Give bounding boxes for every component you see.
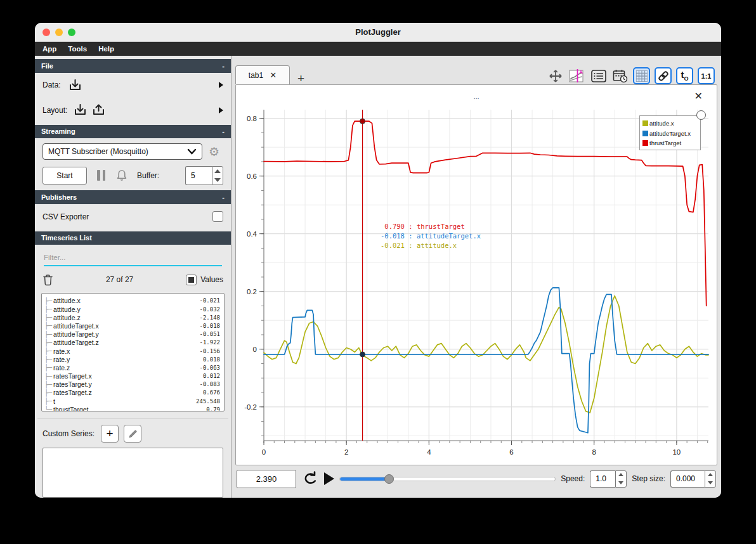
legend-entry[interactable]: thrustTarget: [642, 138, 698, 148]
list-item[interactable]: ├─attitude.z-2.148: [44, 313, 220, 321]
slider-handle[interactable]: [384, 474, 394, 484]
series-name: attitudeTarget.x: [53, 322, 99, 330]
list-item[interactable]: ├─rate.y0.018: [44, 355, 220, 363]
date-time-button[interactable]: [611, 67, 629, 84]
plot-title[interactable]: ...: [236, 93, 717, 100]
series-value: -2.148: [199, 314, 220, 321]
add-tab-button[interactable]: +: [290, 72, 312, 84]
chart-svg[interactable]: 0246810-0.200.20.40.60.8: [236, 106, 716, 465]
ratio-one-to-one-button[interactable]: 1:1: [698, 67, 715, 84]
playback-slider[interactable]: [339, 470, 556, 488]
plot-header: ... ✕: [236, 85, 717, 106]
save-layout-button[interactable]: [92, 103, 105, 117]
divider: [37, 418, 228, 418]
playback-bar: 2.390 Speed: 1.0: [235, 468, 717, 489]
list-item[interactable]: └─thrustTarget0.79: [44, 405, 220, 411]
data-menu-arrow-icon[interactable]: [219, 82, 223, 88]
add-custom-series-button[interactable]: +: [101, 425, 119, 443]
series-value: -0.063: [199, 365, 220, 371]
series-value: -0.051: [199, 331, 220, 337]
time-offset-button[interactable]: tO: [676, 67, 693, 84]
publishers-section-header[interactable]: Publishers -: [35, 190, 231, 204]
series-count: 27 of 27: [106, 275, 133, 284]
streaming-section-header[interactable]: Streaming -: [35, 125, 231, 139]
cursor-tracker-button[interactable]: A: [568, 67, 585, 84]
load-data-button[interactable]: [68, 79, 82, 92]
collapse-icon[interactable]: -: [222, 62, 225, 70]
tab-bar: tab1 ✕ +: [235, 65, 717, 84]
legend-entry[interactable]: attitude.x: [642, 119, 698, 129]
speed-spinbox[interactable]: 1.0: [590, 470, 627, 488]
tree-connector: ├─: [44, 356, 52, 363]
list-item[interactable]: ├─rate.z-0.063: [44, 363, 220, 372]
move-pan-button[interactable]: [547, 67, 564, 84]
speed-decrement-button[interactable]: [616, 479, 626, 487]
data-list-button[interactable]: [590, 67, 607, 84]
series-attitudeTarget.x: [264, 288, 708, 433]
menu-tools[interactable]: Tools: [68, 45, 87, 53]
series-name: attitudeTarget.z: [53, 339, 99, 346]
series-value: 245.548: [196, 398, 220, 405]
buffer-spinbox[interactable]: 5: [185, 166, 223, 185]
menu-help[interactable]: Help: [98, 45, 114, 53]
list-item[interactable]: ├─ratesTarget.z0.676: [44, 389, 220, 397]
legend-entry[interactable]: attitudeTarget.x: [642, 129, 698, 139]
tree-connector: ├─: [44, 297, 52, 304]
plot-canvas[interactable]: 0246810-0.200.20.40.60.8 attitude.xattit…: [236, 106, 717, 465]
legend-swatch: [642, 131, 648, 136]
streaming-source-select[interactable]: MQTT Subscriber (Mosquitto): [42, 143, 202, 160]
tree-connector: ├─: [44, 389, 52, 396]
start-streaming-button[interactable]: Start: [42, 167, 87, 185]
tree-connector: └─: [44, 406, 52, 411]
tab-close-icon[interactable]: ✕: [270, 70, 277, 80]
filter-input[interactable]: [44, 254, 222, 261]
timeseries-list[interactable]: ├─attitude.x-0.021├─attitude.y-0.032├─at…: [41, 293, 225, 412]
move-arrows-icon: [549, 69, 563, 83]
file-section-header[interactable]: File -: [35, 59, 231, 73]
custom-series-listbox[interactable]: [42, 448, 223, 498]
collapse-icon[interactable]: -: [222, 127, 225, 135]
load-layout-button[interactable]: [74, 103, 87, 117]
timeseries-section-header[interactable]: Timeseries List: [35, 231, 231, 245]
series-name: ratesTarget.y: [53, 380, 92, 388]
list-item[interactable]: ├─attitudeTarget.y-0.051: [44, 330, 220, 339]
streaming-settings-gear-icon[interactable]: ⚙: [209, 146, 219, 158]
values-checkbox[interactable]: [186, 275, 197, 285]
buffer-increment-button[interactable]: [212, 167, 223, 176]
speed-increment-button[interactable]: [616, 471, 626, 479]
list-item[interactable]: ├─ratesTarget.x0.012: [44, 372, 220, 380]
tab-tab1[interactable]: tab1 ✕: [235, 65, 290, 84]
play-button[interactable]: [324, 472, 334, 485]
svg-text:0.2: 0.2: [247, 288, 257, 295]
menu-app[interactable]: App: [42, 45, 56, 53]
list-item[interactable]: ├─attitudeTarget.z-1.922: [44, 339, 220, 347]
list-item[interactable]: ├─t245.548: [44, 397, 220, 405]
list-item[interactable]: ├─rate.x-0.156: [44, 347, 220, 355]
list-item[interactable]: ├─attitude.y-0.032: [44, 305, 220, 313]
notifications-bell-icon[interactable]: [115, 169, 128, 182]
grid-layout-button[interactable]: [633, 67, 650, 84]
step-decrement-button[interactable]: [705, 479, 715, 487]
legend-handle[interactable]: [696, 110, 706, 120]
series-value: -0.018: [199, 323, 220, 329]
current-time-field[interactable]: 2.390: [237, 470, 296, 488]
step-increment-button[interactable]: [705, 471, 715, 479]
buffer-decrement-button[interactable]: [212, 176, 223, 185]
list-item[interactable]: ├─attitudeTarget.x-0.018: [44, 321, 220, 330]
list-item[interactable]: ├─ratesTarget.y-0.083: [44, 380, 220, 389]
pause-icon[interactable]: [97, 170, 105, 181]
layout-menu-arrow-icon[interactable]: [219, 107, 223, 113]
edit-custom-series-button[interactable]: [124, 425, 141, 443]
trash-icon[interactable]: [42, 274, 53, 286]
collapse-icon[interactable]: -: [222, 193, 225, 201]
list-item[interactable]: ├─attitude.x-0.021: [44, 297, 220, 305]
series-name: t: [53, 398, 55, 405]
step-size-spinbox[interactable]: 0.000: [670, 470, 716, 488]
calendar-clock-icon: [613, 69, 628, 83]
csv-exporter-checkbox[interactable]: [212, 211, 223, 222]
plot-legend[interactable]: attitude.xattitudeTarget.xthrustTarget: [639, 115, 701, 150]
link-axes-button[interactable]: [655, 67, 672, 84]
series-name: attitude.y: [53, 306, 81, 313]
plot-close-icon[interactable]: ✕: [694, 91, 703, 101]
loop-playback-button[interactable]: [301, 470, 319, 487]
